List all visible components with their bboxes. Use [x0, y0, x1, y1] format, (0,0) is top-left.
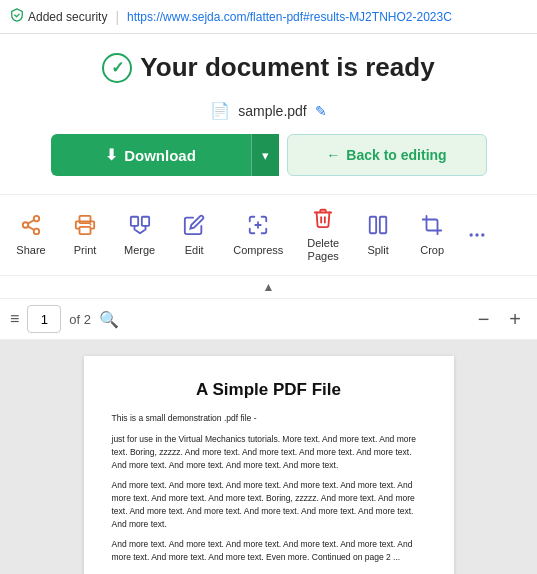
tool-share[interactable]: Share — [4, 208, 58, 263]
chevron-up-icon: ▲ — [263, 280, 275, 294]
svg-rect-11 — [380, 216, 386, 233]
zoom-out-button[interactable]: − — [472, 306, 496, 333]
crop-label: Crop — [420, 244, 444, 257]
download-label: Download — [124, 147, 196, 164]
share-label: Share — [16, 244, 45, 257]
divider: | — [115, 9, 119, 25]
page-controls: ≡ of 2 🔍 − + — [0, 299, 537, 340]
download-dropdown-button[interactable]: ▾ — [251, 134, 279, 176]
tool-crop[interactable]: Crop — [405, 208, 459, 263]
pdf-line-3: And more text. And more text. And more t… — [112, 479, 426, 530]
crop-icon — [421, 214, 443, 241]
collapse-toolbar-button[interactable]: ▲ — [0, 276, 537, 299]
svg-rect-8 — [130, 216, 137, 225]
svg-rect-10 — [370, 216, 376, 233]
delete-pages-icon — [312, 207, 334, 234]
ready-title: ✓ Your document is ready — [10, 52, 527, 83]
compress-icon — [247, 214, 269, 241]
security-label: Added security — [28, 10, 107, 24]
svg-line-3 — [28, 226, 34, 230]
download-icon: ⬇ — [105, 146, 118, 164]
svg-line-4 — [28, 220, 34, 224]
svg-rect-9 — [141, 216, 148, 225]
total-pages: of 2 — [69, 312, 91, 327]
pdf-line-4: And more text. And more text. And more t… — [112, 538, 426, 564]
header-section: ✓ Your document is ready — [0, 34, 537, 95]
svg-point-12 — [470, 234, 473, 237]
split-icon — [367, 214, 389, 241]
share-icon — [20, 214, 42, 241]
tool-delete-pages[interactable]: Delete Pages — [295, 201, 351, 269]
ready-text: Your document is ready — [140, 52, 434, 83]
svg-point-13 — [475, 234, 478, 237]
pdf-preview-area: A Simple PDF File This is a small demons… — [0, 340, 537, 574]
svg-point-1 — [23, 222, 29, 228]
dropdown-arrow-icon: ▾ — [262, 148, 269, 163]
delete-pages-label: Delete Pages — [307, 237, 339, 263]
action-buttons: ⬇ Download ▾ ← Back to editing — [0, 134, 537, 194]
security-info: Added security — [10, 8, 107, 25]
shield-icon — [10, 8, 24, 25]
compress-label: Compress — [233, 244, 283, 257]
top-bar: Added security | https://www.sejda.com/f… — [0, 0, 537, 34]
print-icon — [74, 214, 96, 241]
pdf-body-text: This is a small demonstration .pdf file … — [112, 412, 426, 564]
more-tools-button[interactable] — [459, 219, 495, 251]
pdf-file-icon: 📄 — [210, 101, 230, 120]
pdf-line-1: This is a small demonstration .pdf file … — [112, 412, 426, 425]
url-link[interactable]: https://www.sejda.com/flatten-pdf#result… — [127, 10, 452, 24]
check-circle-icon: ✓ — [102, 53, 132, 83]
back-to-editing-button[interactable]: ← Back to editing — [287, 134, 487, 176]
tool-split[interactable]: Split — [351, 208, 405, 263]
svg-rect-6 — [80, 226, 91, 233]
print-label: Print — [74, 244, 97, 257]
tool-edit[interactable]: Edit — [167, 208, 221, 263]
search-icon[interactable]: 🔍 — [99, 310, 119, 329]
file-name: sample.pdf — [238, 103, 306, 119]
svg-point-2 — [34, 228, 40, 234]
edit-icon — [183, 214, 205, 241]
tool-merge[interactable]: Merge — [112, 208, 167, 263]
tool-print[interactable]: Print — [58, 208, 112, 263]
page-list-icon[interactable]: ≡ — [10, 310, 19, 328]
back-label: Back to editing — [346, 147, 446, 163]
pdf-line-2: just for use in the Virtual Mechanics tu… — [112, 433, 426, 471]
pdf-document-title: A Simple PDF File — [112, 380, 426, 400]
split-label: Split — [367, 244, 388, 257]
pdf-page: A Simple PDF File This is a small demons… — [84, 356, 454, 574]
edit-filename-icon[interactable]: ✎ — [315, 103, 327, 119]
svg-point-14 — [481, 234, 484, 237]
tools-toolbar: Share Print Merge Edit Compress Delete P… — [0, 194, 537, 276]
zoom-in-button[interactable]: + — [503, 306, 527, 333]
merge-icon — [129, 214, 151, 241]
file-row: 📄 sample.pdf ✎ — [0, 95, 537, 134]
svg-point-7 — [90, 223, 92, 225]
download-button[interactable]: ⬇ Download — [51, 134, 251, 176]
back-arrow-icon: ← — [326, 147, 340, 163]
merge-label: Merge — [124, 244, 155, 257]
page-number-input[interactable] — [27, 305, 61, 333]
svg-point-0 — [34, 215, 40, 221]
edit-label: Edit — [185, 244, 204, 257]
tool-compress[interactable]: Compress — [221, 208, 295, 263]
